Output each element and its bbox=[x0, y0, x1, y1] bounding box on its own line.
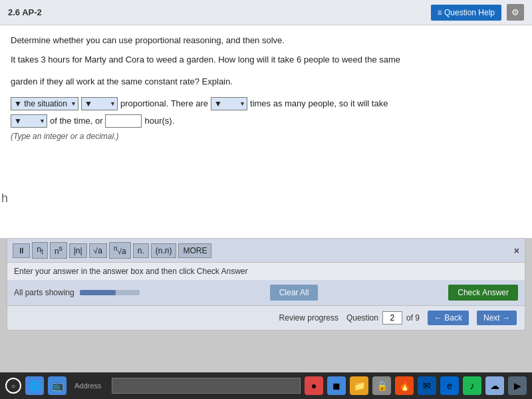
gear-button[interactable]: ⚙ bbox=[507, 4, 524, 21]
math-btn-sqrt[interactable]: √a bbox=[89, 243, 107, 258]
answer-line-2: ▼ more less of the time, or hour(s). bbox=[11, 114, 521, 128]
review-progress-label: Review progress bbox=[279, 313, 338, 323]
math-btn-pause[interactable]: ⏸ bbox=[13, 243, 30, 258]
dropdown2-select[interactable]: ▼ is is not bbox=[81, 97, 118, 110]
math-toolbar: ⏸ nt ns |n| √a n√a n. (n.n) MORE × bbox=[7, 238, 525, 263]
taskbar-firefox-icon[interactable]: 🔥 bbox=[395, 376, 414, 395]
section-label: 2.6 AP-2 bbox=[8, 7, 42, 17]
math-btn-abs[interactable]: |n| bbox=[69, 243, 87, 258]
problem-text-line1: It takes 3 hours for Marty and Cora to w… bbox=[11, 53, 521, 67]
next-button[interactable]: Next → bbox=[477, 311, 517, 325]
clear-all-button[interactable]: Clear All bbox=[270, 285, 319, 301]
dropdown2-wrapper[interactable]: ▼ is is not bbox=[81, 97, 118, 110]
taskbar-lock-icon[interactable]: 🔒 bbox=[372, 376, 391, 395]
question-nav: Question 2 of 9 bbox=[346, 311, 420, 325]
math-toolbar-buttons: ⏸ nt ns |n| √a n√a n. (n.n) MORE bbox=[13, 242, 211, 259]
progress-bar bbox=[80, 290, 140, 295]
taskbar-chrome-icon[interactable]: ● bbox=[305, 376, 323, 395]
footer-bar: All parts showing Clear All Check Answer bbox=[7, 280, 525, 306]
text-proportional: proportional. There are bbox=[120, 98, 208, 108]
address-bar[interactable] bbox=[112, 378, 301, 394]
toolbar-close-button[interactable]: × bbox=[514, 245, 519, 256]
all-parts-section: All parts showing bbox=[14, 288, 140, 297]
taskbar-media-icon[interactable]: ▶ bbox=[508, 376, 527, 395]
progress-fill bbox=[80, 290, 116, 295]
dropdown3-select[interactable]: ▼ 2 3 6 bbox=[211, 97, 247, 110]
all-parts-label: All parts showing bbox=[14, 288, 74, 297]
address-label: Address bbox=[70, 382, 105, 390]
math-btn-subscript[interactable]: nt bbox=[32, 242, 48, 258]
taskbar-edge-icon[interactable]: e bbox=[440, 376, 459, 395]
header-right: ≡ Question Help ⚙ bbox=[431, 4, 524, 21]
check-answer-button[interactable]: Check Answer bbox=[448, 285, 518, 301]
taskbar-monitor-icon[interactable]: 📺 bbox=[48, 376, 66, 395]
taskbar-start-button[interactable]: ○ bbox=[5, 378, 21, 394]
taskbar-folder-icon[interactable]: 📁 bbox=[350, 376, 368, 395]
math-btn-nthroot[interactable]: n√a bbox=[109, 242, 131, 259]
left-edge: h bbox=[1, 192, 8, 205]
taskbar: ○ 🌐 📺 Address ● ◼ 📁 🔒 🔥 ✉ e ♪ ☁ ▶ bbox=[0, 372, 532, 399]
taskbar-blue-icon[interactable]: ◼ bbox=[327, 376, 346, 395]
question-number-input[interactable]: 2 bbox=[382, 311, 402, 325]
math-btn-more[interactable]: MORE bbox=[178, 243, 211, 258]
answer-line-1: ▼ the situation the situation ▼ is is no… bbox=[11, 97, 521, 110]
problem-text-line2: garden if they all work at the same cons… bbox=[11, 75, 521, 89]
question-label: Question bbox=[346, 313, 378, 323]
app-container: h 2.6 AP-2 ≡ Question Help ⚙ Determine w… bbox=[0, 0, 532, 331]
dropdown3-wrapper[interactable]: ▼ 2 3 6 bbox=[211, 97, 247, 110]
hours-input[interactable] bbox=[105, 114, 142, 128]
problem-area: Determine whether you can use proportion… bbox=[0, 25, 532, 238]
directions-text: Determine whether you can use proportion… bbox=[11, 35, 521, 47]
of-label: of 9 bbox=[406, 313, 420, 323]
text-of-the-time: of the time, or bbox=[50, 116, 102, 126]
answer-hint: (Type an integer or a decimal.) bbox=[11, 132, 521, 141]
text-hours: hour(s). bbox=[144, 116, 174, 126]
answer-instruction: Enter your answer in the answer box and … bbox=[7, 263, 525, 280]
math-btn-parens[interactable]: (n.n) bbox=[151, 243, 177, 258]
taskbar-browser-icon[interactable]: 🌐 bbox=[25, 376, 44, 395]
dropdown1-select[interactable]: ▼ the situation the situation bbox=[11, 97, 78, 110]
taskbar-cloud-icon[interactable]: ☁ bbox=[485, 376, 504, 395]
header-bar: 2.6 AP-2 ≡ Question Help ⚙ bbox=[0, 0, 532, 25]
answer-instruction-text: Enter your answer in the answer box and … bbox=[14, 267, 248, 276]
dropdown1-wrapper[interactable]: ▼ the situation the situation bbox=[11, 97, 78, 110]
nav-bar: Review progress Question 2 of 9 ← Back N… bbox=[7, 306, 525, 331]
math-btn-decimal[interactable]: n. bbox=[133, 243, 149, 258]
taskbar-mail-icon[interactable]: ✉ bbox=[418, 376, 436, 395]
math-btn-superscript[interactable]: ns bbox=[50, 242, 67, 259]
back-button[interactable]: ← Back bbox=[428, 311, 469, 325]
question-help-button[interactable]: ≡ Question Help bbox=[431, 5, 501, 21]
dropdown4-wrapper[interactable]: ▼ more less bbox=[11, 114, 47, 128]
taskbar-spotify-icon[interactable]: ♪ bbox=[463, 376, 481, 395]
text-times: times as many people, so it will take bbox=[250, 98, 388, 108]
dropdown4-select[interactable]: ▼ more less bbox=[11, 114, 47, 128]
